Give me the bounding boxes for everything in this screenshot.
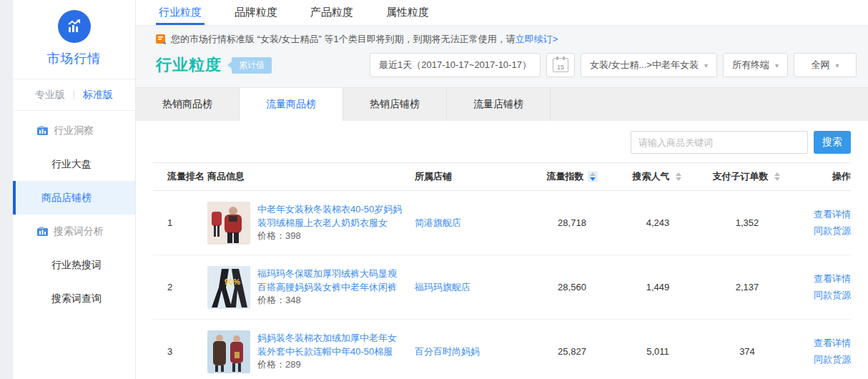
product-title-link[interactable]: 妈妈装冬装棉衣加绒加厚中老年女装外套中长款连帽中年40-50棉服 (257, 332, 405, 359)
version-pro[interactable]: 专业版 (26, 89, 74, 102)
search-popularity-value: 1,449 (611, 282, 704, 292)
sort-traffic-index-icon[interactable] (588, 171, 598, 182)
paid-sub-orders-value: 374 (704, 346, 790, 357)
traffic-index-value: 25,827 (533, 346, 611, 357)
product-title-link[interactable]: 中老年女装秋冬装棉衣40-50岁妈妈装羽绒棉服上衣老人奶奶衣服女 (257, 203, 405, 230)
chevron-down-icon: ▾ (835, 61, 839, 69)
same-supply-link[interactable]: 同款货源 (790, 287, 851, 303)
main-content: 行业粒度 品牌粒度 产品粒度 属性粒度 您的市场行情标准版 “女装/女士精品” … (136, 0, 868, 379)
col-paid-sub-orders[interactable]: 支付子订单数 (704, 170, 790, 183)
search-button[interactable]: 搜索 (814, 131, 851, 154)
operation-cell: 查看详情 同款货源 (790, 271, 851, 302)
paid-sub-orders-value: 2,137 (704, 282, 790, 292)
page-title: 行业粒度 (156, 54, 222, 76)
date-range-button[interactable]: 最近1天（2017-10-17~2017-10-17） (370, 53, 541, 77)
col-traffic-index[interactable]: 流量指数 (533, 170, 611, 183)
col-rank: 流量排名 (153, 170, 207, 183)
network-select[interactable]: 全网▾ (794, 53, 857, 77)
market-chart-logo-icon (58, 10, 91, 43)
product-cell: 90% 福玛玛冬保暖加厚羽绒裤大码显瘦百搭高腰妈妈装女裤中老年休闲裤 价格：34… (207, 266, 415, 309)
chevron-down-icon: ▾ (704, 61, 708, 69)
version-switcher: 专业版 标准版 (13, 79, 135, 111)
calendar-picker-button[interactable]: 15 (546, 53, 575, 77)
app-window: 市场行情 专业版 标准版 行业洞察 行 (0, 0, 868, 379)
tab-traffic-product-rank[interactable]: 流量商品榜 (240, 88, 343, 121)
sidebar-item-label: 搜索词查询 (51, 292, 102, 305)
same-supply-link[interactable]: 同款货源 (790, 223, 851, 239)
app-logo-section: 市场行情 (13, 0, 135, 79)
app-title: 市场行情 (13, 50, 135, 67)
rank-cell: 2 (153, 282, 207, 292)
shop-link[interactable]: 福玛玛旗舰店 (415, 281, 533, 294)
product-title-link[interactable]: 福玛玛冬保暖加厚羽绒裤大码显瘦百搭高腰妈妈装女裤中老年休闲裤 (257, 267, 405, 295)
sidebar-item-industry-hot-words[interactable]: 行业热搜词 (13, 248, 135, 282)
tab-industry-granularity[interactable]: 行业粒度 (159, 0, 202, 25)
cumulative-value-badge: 累计值 (232, 57, 272, 74)
sidebar-item-industry-board[interactable]: 行业大盘 (13, 147, 135, 181)
search-word-analysis-icon (37, 227, 48, 237)
tab-hot-product-rank[interactable]: 热销商品榜 (136, 88, 240, 121)
col-shop: 所属店铺 (415, 170, 533, 183)
tab-traffic-shop-rank[interactable]: 流量店铺榜 (447, 88, 551, 121)
search-input[interactable] (631, 131, 808, 154)
sidebar-menu: 行业洞察 行业大盘 商品店铺榜 搜索词分析 (13, 111, 135, 315)
product-info: 福玛玛冬保暖加厚羽绒裤大码显瘦百搭高腰妈妈装女裤中老年休闲裤 价格：348 (257, 267, 405, 307)
table-row: 3 (153, 320, 851, 379)
sidebar-item-label: 搜索词分析 (54, 225, 104, 238)
product-cell: 中老年女装秋冬装棉衣40-50岁妈妈装羽绒棉服上衣老人奶奶衣服女 价格：398 (207, 202, 415, 245)
rank-cell: 1 (153, 217, 207, 228)
product-thumbnail[interactable] (207, 202, 250, 245)
tab-brand-granularity[interactable]: 品牌粒度 (235, 0, 277, 25)
rank-cell: 3 (153, 346, 207, 357)
shop-link[interactable]: 百分百时尚妈妈 (415, 345, 533, 358)
renew-now-link[interactable]: 立即续订> (516, 33, 558, 46)
tab-attribute-granularity[interactable]: 属性粒度 (386, 0, 429, 25)
industry-insight-icon (37, 126, 48, 136)
paid-sub-orders-value: 1,352 (704, 217, 790, 228)
shop-link[interactable]: 简港旗舰店 (415, 217, 533, 230)
sort-paid-sub-orders-icon[interactable] (772, 171, 782, 182)
sort-search-popularity-icon[interactable] (674, 171, 684, 182)
sidebar-item-search-word-analysis[interactable]: 搜索词分析 (13, 215, 135, 248)
product-price: 价格：348 (257, 295, 301, 305)
view-detail-link[interactable]: 查看详情 (790, 335, 851, 351)
notice-text: 您的市场行情标准版 “女装/女士精品” 等1个类目即将到期，到期将无法正常使用，… (171, 33, 516, 46)
category-select[interactable]: 女装/女士精...>中老年女装▾ (581, 53, 717, 77)
expiry-notice: 您的市场行情标准版 “女装/女士精品” 等1个类目即将到期，到期将无法正常使用，… (136, 26, 868, 47)
table-header: 流量排名 商品信息 所属店铺 流量指数 搜索人气 支付子订单数 操作 (153, 162, 851, 191)
product-cell: 妈妈装冬装棉衣加绒加厚中老年女装外套中长款连帽中年40-50棉服 价格：289 (207, 330, 415, 373)
calendar-icon: 15 (553, 58, 568, 72)
product-thumbnail[interactable] (207, 330, 250, 373)
sidebar-item-search-word-query[interactable]: 搜索词查询 (13, 282, 135, 315)
left-gutter (0, 0, 13, 379)
ranking-tabs: 热销商品榜 流量商品榜 热销店铺榜 流量店铺榜 (136, 87, 868, 121)
traffic-index-value: 28,718 (533, 217, 611, 228)
chevron-down-icon: ▾ (775, 61, 779, 69)
same-supply-link[interactable]: 同款货源 (790, 352, 851, 368)
product-info: 中老年女装秋冬装棉衣40-50岁妈妈装羽绒棉服上衣老人奶奶衣服女 价格：398 (257, 203, 405, 243)
product-info: 妈妈装冬装棉衣加绒加厚中老年女装外套中长款连帽中年40-50棉服 价格：289 (257, 332, 405, 372)
filter-bar: 最近1天（2017-10-17~2017-10-17） 15 女装/女士精...… (370, 53, 857, 77)
search-bar: 搜索 (153, 121, 851, 162)
table-row: 2 90% 福玛玛冬保暖加厚羽绒裤大码显瘦百搭高腰妈妈装女裤中老年休闲裤 价格：… (153, 255, 851, 320)
sidebar-item-product-shop-rank[interactable]: 商品店铺榜 (13, 181, 135, 215)
notice-document-icon (156, 34, 167, 45)
operation-cell: 查看详情 同款货源 (790, 207, 851, 238)
ranking-card: 搜索 流量排名 商品信息 所属店铺 流量指数 搜索人气 支付子订单数 操 (136, 121, 868, 379)
product-thumbnail[interactable]: 90% (207, 266, 250, 309)
tab-hot-shop-rank[interactable]: 热销店铺榜 (343, 88, 447, 121)
product-price: 价格：398 (257, 230, 301, 241)
col-operation: 操作 (790, 170, 851, 183)
view-detail-link[interactable]: 查看详情 (790, 207, 851, 222)
view-detail-link[interactable]: 查看详情 (790, 271, 851, 287)
col-search-popularity[interactable]: 搜索人气 (611, 170, 704, 183)
sidebar-item-label: 行业热搜词 (51, 259, 102, 272)
sidebar-item-industry-insight[interactable]: 行业洞察 (13, 114, 135, 147)
svg-text:90%: 90% (225, 277, 240, 286)
col-product: 商品信息 (207, 170, 415, 183)
terminal-select[interactable]: 所有终端▾ (723, 53, 788, 77)
version-standard[interactable]: 标准版 (74, 89, 122, 102)
sidebar-item-label: 行业洞察 (54, 124, 94, 137)
traffic-index-value: 28,560 (533, 282, 611, 292)
tab-product-granularity[interactable]: 产品粒度 (310, 0, 353, 25)
